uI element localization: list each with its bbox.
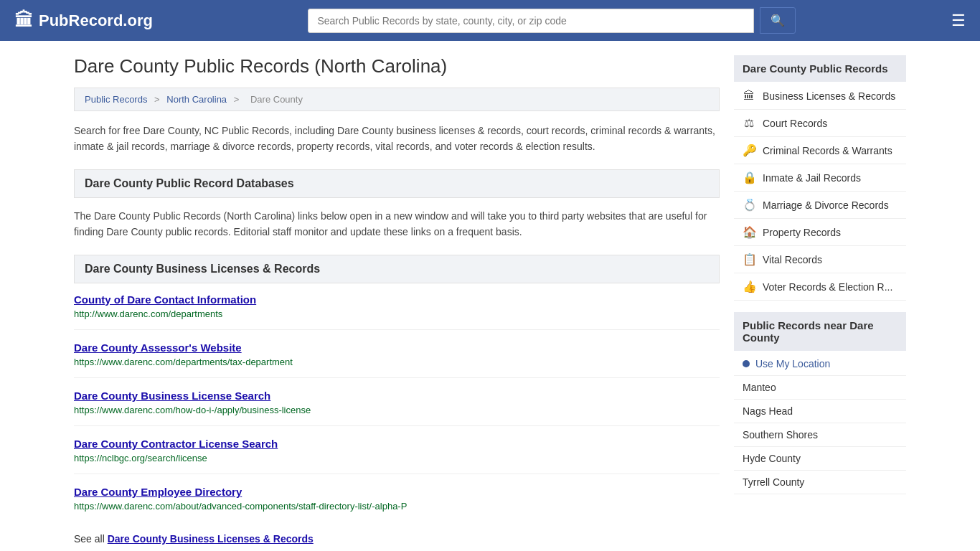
see-all-text: See all	[74, 533, 105, 545]
sidebar-item-label-marriage: Marriage & Divorce Records	[763, 199, 889, 211]
databases-section-header: Dare County Public Record Databases	[74, 169, 720, 198]
sidebar-item-label-criminal: Criminal Records & Warrants	[763, 145, 892, 156]
record-entry: County of Dare Contact Information http:…	[74, 293, 720, 330]
sidebar-item-label-court: Court Records	[763, 118, 827, 129]
nearby-link-southernshores[interactable]: Southern Shores	[743, 429, 818, 441]
breadcrumb-link-north-carolina[interactable]: North Carolina	[166, 94, 227, 105]
sidebar-item-marriage[interactable]: 💍 Marriage & Divorce Records	[734, 192, 906, 219]
sidebar-item-criminal[interactable]: 🔑 Criminal Records & Warrants	[734, 137, 906, 164]
search-button[interactable]: 🔍	[760, 7, 796, 34]
record-entry: Dare County Employee Directory https://w…	[74, 486, 720, 522]
sidebar-item-label-business: Business Licenses & Records	[763, 90, 895, 102]
nearby-item-tyrellcounty[interactable]: Tyrrell County	[734, 471, 906, 494]
sidebar-item-business[interactable]: 🏛 Business Licenses & Records	[734, 83, 906, 110]
record-entry: Dare County Contractor License Search ht…	[74, 438, 720, 474]
site-logo[interactable]: 🏛 PubRecord.org	[14, 9, 153, 32]
site-header: 🏛 PubRecord.org 🔍 ☰	[0, 0, 980, 41]
nearby-link-hydecounty[interactable]: Hyde County	[743, 453, 801, 464]
business-section-header: Dare County Business Licenses & Records	[74, 255, 720, 283]
nearby-link-manteo[interactable]: Manteo	[743, 382, 776, 393]
building-icon: 🏛	[14, 9, 33, 32]
record-entry: Dare County Business License Search http…	[74, 390, 720, 426]
house-icon: 🏠	[743, 225, 755, 239]
search-icon: 🔍	[771, 14, 785, 27]
record-entry: Dare County Assessor's Website https://w…	[74, 342, 720, 378]
nearby-item-nagshead[interactable]: Nags Head	[734, 400, 906, 423]
thumbsup-icon: 👍	[743, 280, 755, 293]
nearby-item-southernshores[interactable]: Southern Shores	[734, 423, 906, 447]
record-url-2[interactable]: https://www.darenc.com/departments/tax-d…	[74, 357, 293, 367]
sidebar-item-voter[interactable]: 👍 Voter Records & Election R...	[734, 273, 906, 301]
breadcrumb: Public Records > North Carolina > Dare C…	[74, 88, 720, 111]
breadcrumb-separator-1: >	[154, 94, 162, 105]
sidebar-item-court[interactable]: ⚖ Court Records	[734, 110, 906, 137]
sidebar-item-label-vital: Vital Records	[763, 254, 822, 265]
menu-button[interactable]: ☰	[951, 11, 966, 30]
record-url-4[interactable]: https://nclbgc.org/search/license	[74, 453, 207, 463]
business-records-list: County of Dare Contact Information http:…	[74, 293, 720, 522]
key-icon: 🔑	[743, 143, 755, 157]
rings-icon: 💍	[743, 198, 755, 212]
record-url-3[interactable]: https://www.darenc.com/how-do-i-/apply/b…	[74, 405, 311, 415]
sidebar-item-label-property: Property Records	[763, 227, 841, 238]
record-url-1[interactable]: http://www.darenc.com/departments	[74, 309, 222, 319]
scales-icon: ⚖	[743, 116, 755, 130]
see-all-section: See all Dare County Business Licenses & …	[74, 533, 720, 545]
content-area: Dare County Public Records (North Caroli…	[74, 55, 720, 545]
sidebar-item-property[interactable]: 🏠 Property Records	[734, 219, 906, 246]
use-location-button[interactable]: Use My Location	[734, 352, 906, 376]
building-icon: 🏛	[743, 90, 755, 103]
page-title: Dare County Public Records (North Caroli…	[74, 55, 720, 77]
sidebar-county-title: Dare County Public Records	[734, 55, 906, 82]
nearby-link-tyrellcounty[interactable]: Tyrrell County	[743, 476, 804, 488]
nearby-section: Public Records near Dare County Use My L…	[734, 312, 906, 494]
logo-text: PubRecord.org	[39, 11, 153, 30]
lock-icon: 🔒	[743, 171, 755, 184]
nearby-item-hydecounty[interactable]: Hyde County	[734, 447, 906, 471]
search-input[interactable]	[308, 9, 754, 33]
record-title-5[interactable]: Dare County Employee Directory	[74, 486, 720, 498]
record-title-2[interactable]: Dare County Assessor's Website	[74, 342, 720, 354]
sidebar-nearby-title: Public Records near Dare County	[734, 312, 906, 351]
record-title-3[interactable]: Dare County Business License Search	[74, 390, 720, 402]
sidebar-item-vital[interactable]: 📋 Vital Records	[734, 246, 906, 273]
breadcrumb-current: Dare County	[250, 94, 303, 105]
see-all-link[interactable]: Dare County Business Licenses & Records	[108, 533, 314, 545]
search-area: 🔍	[308, 7, 796, 34]
record-title-4[interactable]: Dare County Contractor License Search	[74, 438, 720, 450]
breadcrumb-link-public-records[interactable]: Public Records	[85, 94, 147, 105]
use-location-label: Use My Location	[755, 358, 830, 369]
location-dot-icon	[743, 360, 750, 367]
sidebar-item-inmate[interactable]: 🔒 Inmate & Jail Records	[734, 164, 906, 192]
record-url-5[interactable]: https://www.darenc.com/about/advanced-co…	[74, 501, 407, 512]
breadcrumb-separator-2: >	[234, 94, 242, 105]
nearby-link-nagshead[interactable]: Nags Head	[743, 405, 793, 417]
sidebar: Dare County Public Records 🏛 Business Li…	[734, 55, 906, 545]
sidebar-item-label-inmate: Inmate & Jail Records	[763, 172, 861, 184]
databases-section-body: The Dare County Public Records (North Ca…	[74, 208, 720, 240]
nearby-item-manteo[interactable]: Manteo	[734, 376, 906, 400]
page-description: Search for free Dare County, NC Public R…	[74, 123, 720, 155]
clipboard-icon: 📋	[743, 253, 755, 266]
sidebar-item-label-voter: Voter Records & Election R...	[763, 281, 892, 293]
record-title-1[interactable]: County of Dare Contact Information	[74, 293, 720, 306]
